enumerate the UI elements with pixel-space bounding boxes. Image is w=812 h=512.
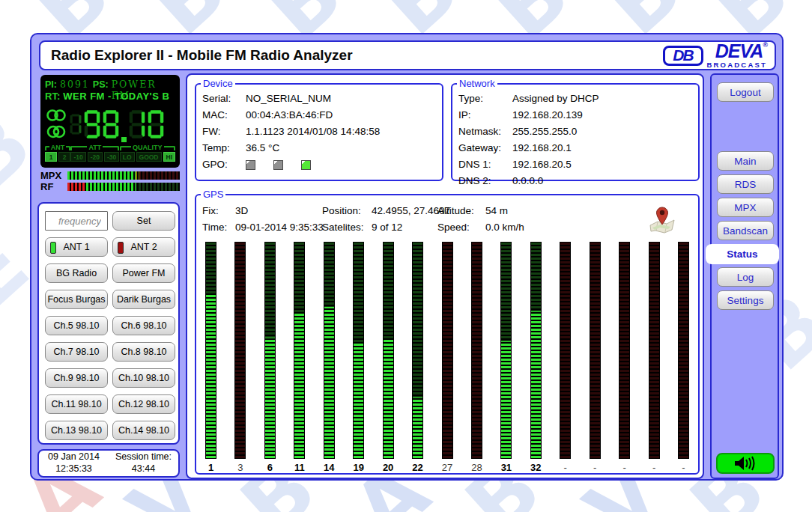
satellite-label: 27 (442, 462, 453, 477)
set-button[interactable]: Set (112, 211, 175, 231)
broadcast-wordmark: BROADCAST (707, 61, 768, 69)
status-content-panel: Device Serial:NO_SERIAL_NUM MAC:00:04:A3… (186, 73, 704, 479)
network-dns1: 192.168.20.5 (512, 156, 572, 173)
nav-settings-button[interactable]: Settings (717, 290, 774, 310)
ps-label: PS: (93, 79, 109, 90)
preset-button[interactable]: Ch.8 98.10 (112, 342, 175, 362)
network-netmask: 255.255.255.0 (512, 124, 577, 140)
gps-time-value: 09-01-2014 9:35:33 (235, 219, 324, 236)
mpx-meter-row: MPX (40, 171, 180, 180)
gps-altitude-value: 54 m (485, 203, 524, 219)
network-row: DNS 2:0.0.0.0 (458, 173, 698, 189)
time-value: 12:35:33 (55, 463, 92, 475)
preset-button[interactable]: Ch.5 98.10 (45, 316, 108, 335)
satellite-bar-chart (205, 242, 689, 459)
device-row: Temp:36.5 °C (202, 140, 442, 156)
deva-wordmark: DEVA (715, 40, 763, 61)
ant1-button[interactable]: ANT 1 (45, 237, 108, 257)
device-fw: 1.1.1123 2014/01/08 14:48:58 (246, 124, 380, 140)
lcd-rt-line: RT: WER FM - TODAY'S B (45, 91, 175, 103)
satellite-label: 11 (294, 462, 305, 477)
indicator-group-label: ANT (49, 144, 67, 151)
rf-label: RF (40, 181, 67, 192)
lcd-pi-ps-line: PI: 8091 PS: POWER FM (45, 79, 175, 91)
device-temp: 36.5 °C (246, 140, 279, 156)
satellite-bar-labels: 136111419202227283132----- (205, 462, 689, 477)
indicator-box: -20 (88, 152, 103, 162)
preset-button[interactable]: Ch.7 98.10 (45, 342, 108, 362)
audio-toggle-button[interactable] (716, 453, 775, 474)
rf-meter-row: RF (40, 182, 180, 192)
pi-label: PI: (45, 79, 57, 90)
satellite-label: 3 (234, 462, 246, 477)
nav-rds-button[interactable]: RDS (717, 174, 774, 194)
lcd-display: PI: 8091 PS: POWER FM RT: WER FM - TODAY… (40, 75, 180, 168)
logo-wordmark: DEVA® BROADCAST (707, 42, 768, 69)
device-mac: 00:04:A3:BA:46:FD (246, 107, 333, 124)
map-pin-icon (646, 204, 677, 236)
network-legend: Network (457, 78, 497, 89)
gpo-leds (246, 156, 329, 173)
network-row: Netmask:255.255.255.0 (458, 124, 698, 140)
device-serial: NO_SERIAL_NUM (246, 91, 331, 107)
logout-button[interactable]: Logout (717, 82, 774, 102)
nav-status-button[interactable]: Status (706, 244, 779, 264)
indicator-box: 1 (45, 152, 57, 162)
gps-fieldset: GPS Fix: Time: 3D 09-01-2014 9:35:33 Pos… (195, 189, 700, 475)
satellite-label: 1 (205, 462, 216, 477)
nav-bandscan-button[interactable]: Bandscan (717, 221, 774, 240)
indicator-box: HI (163, 152, 176, 162)
preset-button[interactable]: Ch.6 98.10 (112, 316, 175, 335)
network-fieldset: Network Type:Assigned by DHCP IP:192.168… (451, 78, 700, 181)
preset-button[interactable]: Ch.9 98.10 (45, 368, 108, 388)
preset-button[interactable]: Ch.13 98.10 (45, 421, 108, 440)
gps-time-label: Time: (202, 219, 231, 236)
preset-button[interactable]: Ch.11 98.10 (45, 394, 108, 414)
mpx-label: MPX (40, 170, 67, 181)
ant2-button[interactable]: ANT 2 (112, 237, 175, 257)
satellite-bar (234, 242, 246, 459)
satellite-bar (560, 242, 571, 459)
preset-button[interactable]: Power FM (112, 263, 175, 283)
preset-button[interactable]: Ch.14 98.10 (112, 421, 175, 440)
indicator-box: LO (120, 152, 135, 162)
preset-button[interactable]: Focus Burgas (45, 290, 108, 309)
clock-panel: 09 Jan 2014 12:35:33 Session time: 43:44 (37, 449, 180, 478)
nav-mpx-button[interactable]: MPX (717, 198, 774, 217)
indicator-box: GOOD (136, 152, 162, 162)
network-type: Assigned by DHCP (512, 91, 599, 107)
network-ip: 192.168.20.139 (512, 107, 583, 124)
mpx-meter-segments (67, 171, 180, 180)
device-row: FW:1.1.1123 2014/01/08 14:48:58 (202, 124, 442, 140)
rf-meter-segments (67, 183, 180, 191)
preset-button[interactable]: Ch.12 98.10 (112, 394, 175, 414)
network-row: Gateway:192.168.20.1 (458, 140, 698, 156)
frequency-input[interactable] (45, 211, 108, 231)
satellite-bar (649, 242, 660, 459)
satellite-label: - (590, 462, 601, 477)
satellite-label: 31 (500, 462, 512, 477)
header-bar: Radio Explorer II - Mobile FM Radio Anal… (39, 40, 776, 70)
screen: Radio Explorer II - Mobile FM Radio Anal… (0, 0, 812, 512)
indicator-group-label: QUALITY (131, 144, 164, 151)
nav-log-button[interactable]: Log (717, 267, 774, 287)
gpo-led-icon (273, 160, 283, 170)
satellite-label: - (560, 462, 571, 477)
lcd-indicator-group-ant: ANT12 (45, 144, 70, 164)
satellite-bar (442, 242, 453, 459)
preset-button[interactable]: BG Radio (45, 263, 108, 283)
gps-fix-time: Fix: Time: 3D 09-01-2014 9:35:33 (202, 203, 324, 236)
network-gateway: 192.168.20.1 (512, 140, 572, 156)
mpx-meter (67, 171, 180, 180)
satellite-label: 14 (324, 462, 335, 477)
preset-button[interactable]: Darik Burgas (112, 290, 175, 309)
device-row: Serial:NO_SERIAL_NUM (202, 91, 442, 107)
satellite-label: 28 (471, 462, 482, 477)
satellite-bar (353, 242, 364, 459)
preset-button[interactable]: Ch.10 98.10 (112, 368, 175, 388)
nav-main-button[interactable]: Main (717, 151, 774, 171)
indicator-group-label: ATT (87, 144, 103, 151)
network-row: IP:192.168.20.139 (458, 107, 698, 124)
gps-position-sats: Position: Satelites: 42.4955, 27.4607 9 … (322, 203, 450, 236)
satellite-label: - (649, 462, 660, 477)
